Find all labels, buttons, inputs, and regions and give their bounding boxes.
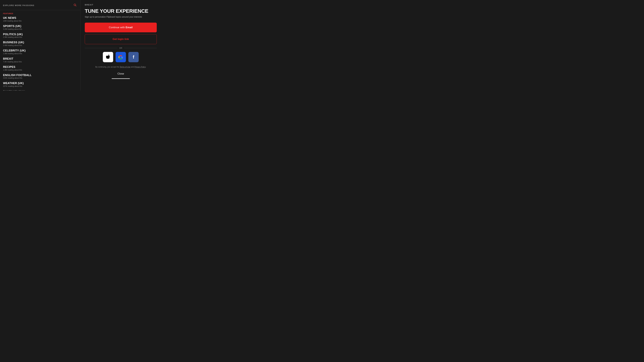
svg-line-1 <box>76 5 76 6</box>
privacy-policy-link[interactable]: Privacy Policy <box>134 66 146 68</box>
terms-of-use-link[interactable]: Terms of Use <box>120 66 130 68</box>
topic-name: RECIPES <box>3 65 77 69</box>
topic-readers: 2.9M reading about this <box>3 36 77 38</box>
close-button[interactable]: Close <box>85 71 157 76</box>
topic-readers: 227K reading about this <box>3 85 77 87</box>
list-item[interactable]: WEATHER (UK) 227K reading about this <box>3 82 77 87</box>
topic-name: ENGLISH FOOTBALL <box>3 74 77 77</box>
social-buttons-container: f <box>85 52 157 62</box>
breadcrumb: BREXIT <box>85 4 157 6</box>
list-item[interactable]: UK NEWS 14M reading about this <box>3 16 77 22</box>
list-item[interactable]: CELEBRITY (UK) 1.9M reading about this <box>3 49 77 55</box>
topic-readers: 14M reading about this <box>3 20 77 22</box>
subtitle: Sign up to personalize Flipboard topics … <box>85 15 157 18</box>
featured-label: FEATURED <box>3 12 77 14</box>
or-line-right <box>124 48 157 48</box>
list-item[interactable]: RECIPES 1.9M reading about this <box>3 65 77 71</box>
continue-email-label: Continue with Email <box>109 26 133 29</box>
topics-list: FEATURED UK NEWS 14M reading about this … <box>0 10 80 90</box>
topic-readers: 3.2M reading about this <box>3 28 77 30</box>
left-header: EXPLORE MORE PASSIONS <box>0 0 80 10</box>
topic-name: POLITICS (UK) <box>3 33 77 36</box>
or-text: OR <box>119 47 122 49</box>
topic-name: SPORTS (UK) <box>3 25 77 28</box>
left-panel: EXPLORE MORE PASSIONS FEATURED UK NEWS 1… <box>0 0 80 90</box>
topic-name: BREXIT <box>3 57 77 60</box>
topic-readers: 215K reading about this <box>3 77 77 79</box>
facebook-sign-in-button[interactable]: f <box>128 52 139 62</box>
or-line-left <box>85 48 118 48</box>
home-indicator <box>112 78 130 79</box>
topic-name: WEATHER (UK) <box>3 82 77 85</box>
search-icon <box>73 4 77 7</box>
login-link-label: Get login link <box>112 38 129 40</box>
topic-name: UK NEWS <box>3 16 77 19</box>
topic-name: CELEBRITY (UK) <box>3 49 77 52</box>
page-title: TUNE YOUR EXPERIENCE <box>85 8 157 14</box>
google-icon <box>118 55 123 59</box>
right-panel: BREXIT TUNE YOUR EXPERIENCE Sign up to p… <box>80 0 161 90</box>
apple-sign-in-button[interactable] <box>103 52 113 62</box>
list-item[interactable]: PHOTOGRAPHY 3.9M reading about this <box>3 90 77 90</box>
list-item[interactable]: POLITICS (UK) 2.9M reading about this <box>3 33 77 38</box>
search-button[interactable] <box>73 3 77 8</box>
or-divider: OR <box>85 47 157 49</box>
topic-readers: 1.9M reading about this <box>3 69 77 71</box>
apple-icon <box>106 54 110 60</box>
list-item[interactable]: BUSINESS (UK) 2.4M reading about this <box>3 41 77 46</box>
list-item[interactable]: ENGLISH FOOTBALL 215K reading about this <box>3 74 77 79</box>
get-login-link-button[interactable]: Get login link <box>85 34 157 44</box>
topic-readers: 1.9M reading about this <box>3 52 77 55</box>
explore-title: EXPLORE MORE PASSIONS <box>3 4 34 6</box>
topic-readers: 2.4M reading about this <box>3 44 77 46</box>
topic-readers: 7.0K reading about this <box>3 61 77 63</box>
facebook-icon: f <box>133 54 134 60</box>
list-item[interactable]: SPORTS (UK) 3.2M reading about this <box>3 25 77 30</box>
google-sign-in-button[interactable] <box>116 52 126 62</box>
terms-text: By continuing, you accept the Terms of U… <box>85 65 157 68</box>
continue-with-email-button[interactable]: Continue with Email <box>85 23 157 32</box>
topic-name: BUSINESS (UK) <box>3 41 77 44</box>
list-item[interactable]: BREXIT 7.0K reading about this <box>3 57 77 63</box>
svg-point-0 <box>74 4 76 6</box>
topic-name: PHOTOGRAPHY <box>3 90 77 90</box>
